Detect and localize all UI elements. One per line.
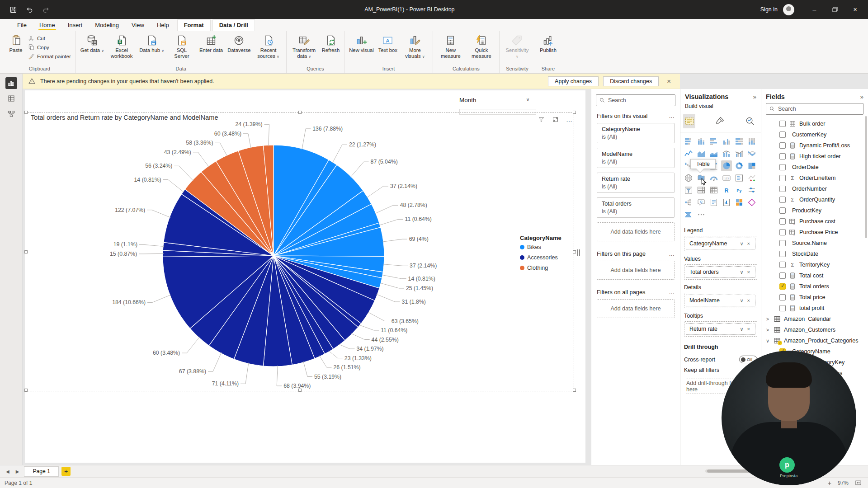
field-orderdate[interactable]: OrderDate (761, 162, 868, 173)
visual-drag-grip[interactable] (577, 249, 580, 256)
legend-item-bikes[interactable]: Bikes (520, 244, 579, 250)
collapse-pane-icon[interactable]: » (860, 94, 863, 100)
pie-visual-icon[interactable] (721, 160, 732, 171)
field-checkbox[interactable] (779, 305, 786, 311)
field-dynamic-profit-loss[interactable]: Dynamic Profit/Loss (761, 140, 868, 151)
field-purchase-cost[interactable]: x Purchase cost (761, 216, 868, 227)
ribbon-visual-icon[interactable] (746, 148, 757, 159)
decomposition-tree-visual-icon[interactable] (683, 197, 694, 208)
chevron-down-icon[interactable]: ∨ (738, 298, 745, 304)
field-checkbox[interactable] (779, 121, 786, 127)
field-checkbox[interactable] (779, 186, 786, 192)
sign-in-button[interactable]: Sign in (760, 6, 778, 13)
legend-item-accessories[interactable]: Accessories (520, 254, 579, 261)
more-visual-icon[interactable] (696, 209, 707, 220)
filters-search-input[interactable]: Search (596, 94, 675, 106)
matrix-visual-icon[interactable] (708, 185, 719, 196)
clustered-column-visual-icon[interactable] (721, 136, 732, 147)
field-pill-modelname[interactable]: ModelName∨× (686, 295, 755, 306)
slicer-visual-icon[interactable] (683, 185, 694, 196)
field-source-name[interactable]: Source.Name (761, 238, 868, 249)
r-script-visual-icon[interactable]: R (721, 185, 732, 196)
multi-row-card-visual-icon[interactable] (734, 173, 745, 183)
fit-to-page-icon[interactable] (855, 479, 862, 486)
card-visual-icon[interactable]: 123 (721, 173, 732, 183)
field-productkey[interactable]: ProductKey (761, 205, 868, 216)
field-orderlineitem[interactable]: Σ OrderLineItem (761, 173, 868, 183)
new-visual-button[interactable]: New visual (347, 33, 376, 55)
map-visual-icon[interactable] (683, 173, 694, 183)
enter-data-button[interactable]: Enter data (198, 33, 225, 55)
clustered-bar-visual-icon[interactable] (708, 136, 719, 147)
line-stacked-column-visual-icon[interactable] (721, 148, 732, 159)
fields-scrollbar[interactable] (865, 116, 867, 238)
tab-insert[interactable]: Insert (61, 20, 89, 31)
pie-chart[interactable]: 136 (7.88%)22 (1.27%)87 (5.04%)37 (2.14%… (26, 112, 574, 391)
100-bar-visual-icon[interactable] (734, 136, 745, 147)
legend-item-clothing[interactable]: Clothing (520, 265, 579, 271)
parameter-visual-icon[interactable] (746, 185, 757, 196)
paste-button[interactable]: Paste (6, 33, 25, 55)
undo-icon[interactable] (24, 5, 34, 14)
tab-modeling[interactable]: Modeling (89, 20, 125, 31)
tab-data-drill[interactable]: Data / Drill (212, 19, 255, 31)
tab-help[interactable]: Help (151, 20, 175, 31)
sql-server-button[interactable]: SQL Server (167, 33, 197, 60)
new-measure-button[interactable]: New measure (436, 33, 466, 60)
field-purchase-price[interactable]: x Purchase Price (761, 227, 868, 238)
paginated-report-visual-icon[interactable] (721, 197, 732, 208)
field-total-orders[interactable]: Total orders (761, 281, 868, 292)
field-checkbox[interactable] (779, 283, 786, 290)
chevron-right-icon[interactable]: > (765, 316, 770, 322)
data-hub-button[interactable]: Data hub ∨ (137, 33, 166, 55)
field-checkbox[interactable] (779, 197, 786, 203)
add-data-fields-placeholder[interactable]: Add data fields here (597, 261, 675, 280)
stacked-bar-visual-icon[interactable] (683, 136, 694, 147)
collapse-pane-icon[interactable]: » (753, 94, 756, 100)
more-options-icon[interactable]: … (669, 289, 675, 296)
python-visual-icon[interactable]: Py (734, 185, 745, 196)
publish-button[interactable]: Publish (538, 33, 558, 55)
table-amazon-calendar[interactable]: > Amazon_Calendar (761, 314, 868, 324)
tab-format[interactable]: Format (177, 19, 211, 31)
area-visual-icon[interactable] (696, 148, 707, 159)
chevron-down-icon[interactable]: ∨ (738, 241, 745, 247)
filter-card-return-rate[interactable]: Return rateis (All) (597, 173, 675, 193)
more-options-icon[interactable]: … (669, 250, 675, 257)
format-visual-icon[interactable] (713, 114, 726, 128)
field-checkbox[interactable] (779, 240, 786, 246)
minimize-button[interactable]: – (804, 0, 825, 19)
remove-field-icon[interactable]: × (745, 326, 752, 332)
field-checkbox[interactable] (779, 153, 786, 160)
banner-close-icon[interactable]: × (663, 77, 675, 85)
stacked-area-visual-icon[interactable] (708, 148, 719, 159)
apply-changes-button[interactable]: Apply changes (548, 76, 599, 86)
chevron-down-icon[interactable]: ∨ (765, 338, 770, 344)
prev-page-icon[interactable]: ◀ (3, 469, 13, 474)
power-apps-visual-icon[interactable] (746, 197, 757, 208)
field-customerkey[interactable]: CustomerKey (761, 129, 868, 140)
excel-workbook-button[interactable]: XExcel workbook (107, 33, 137, 60)
field-bulk-order[interactable]: Bulk order (761, 118, 868, 129)
chevron-right-icon[interactable]: > (765, 327, 770, 333)
arcgis-visual-icon[interactable] (734, 197, 745, 208)
tab-view[interactable]: View (125, 20, 151, 31)
field-total-cost[interactable]: Total cost (761, 270, 868, 281)
field-high-ticket-order[interactable]: High ticket order (761, 151, 868, 162)
add-data-fields-placeholder[interactable]: Add data fields here (597, 299, 675, 318)
field-checkbox[interactable] (779, 251, 786, 257)
filter-card-categoryname[interactable]: CategoryNameis (All) (597, 123, 675, 143)
sensitivity-button[interactable]: Sensitivity ∨ (502, 33, 532, 61)
chevron-down-icon[interactable]: ∨ (738, 269, 745, 275)
field-pill-return-rate[interactable]: Return rate∨× (686, 323, 755, 335)
field-checkbox[interactable] (779, 229, 786, 235)
field-stockdate[interactable]: StockDate (761, 249, 868, 259)
filter-card-modelname[interactable]: ModelNameis (All) (597, 148, 675, 168)
field-checkbox[interactable] (779, 164, 786, 170)
field-total-profit[interactable]: total profit (761, 303, 868, 314)
table-amazon-product-categories[interactable]: ∨ ✓ Amazon_Product_Categories (761, 335, 868, 346)
stacked-column-visual-icon[interactable] (696, 136, 707, 147)
field-checkbox[interactable] (779, 175, 786, 181)
text-box-button[interactable]: AText box (377, 33, 399, 55)
field-orderquantity[interactable]: Σ OrderQuantity (761, 194, 868, 205)
